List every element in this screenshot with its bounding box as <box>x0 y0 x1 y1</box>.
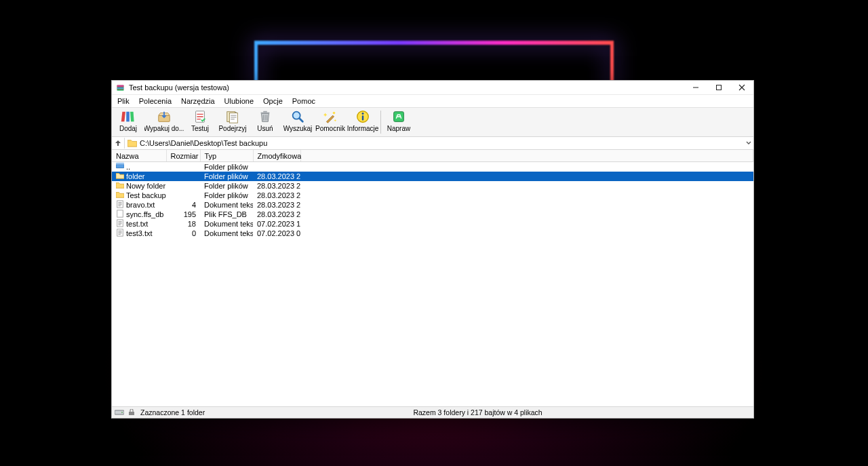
path-dropdown-button[interactable] <box>744 139 753 147</box>
file-modified: 28.03.2023 22:46 <box>253 200 300 210</box>
toolbar: Dodaj Wypakuj do... Testuj <box>112 108 753 137</box>
file-modified: 28.03.2023 22:45 <box>253 181 300 191</box>
col-modified[interactable]: Zmodyfikowany <box>253 150 300 162</box>
tool-repair[interactable]: Napraw <box>382 108 415 138</box>
close-button[interactable] <box>730 81 753 94</box>
tool-repair-label: Napraw <box>387 125 410 132</box>
col-type[interactable]: Typ <box>200 150 253 162</box>
folder-icon <box>116 181 124 191</box>
menu-plik[interactable]: Plik <box>113 96 134 106</box>
svg-rect-20 <box>116 164 124 168</box>
tool-test[interactable]: Testuj <box>184 108 216 138</box>
table-row[interactable]: sync.ffs_db195Plik FFS_DB28.03.2023 22:2… <box>112 210 753 219</box>
file-modified: 07.02.2023 11:27 <box>253 219 300 229</box>
table-row[interactable]: test3.txt0Dokument tekstowy07.02.2023 09… <box>112 229 753 238</box>
file-name: .. <box>126 163 130 171</box>
svg-rect-6 <box>126 112 130 122</box>
tool-wizard-label: Pomocnik <box>315 125 345 132</box>
text-icon <box>116 200 124 210</box>
status-selection: Zaznaczone 1 folder <box>140 408 205 416</box>
status-icons <box>115 409 136 416</box>
file-size <box>166 181 200 191</box>
repair-icon <box>391 109 406 124</box>
svg-rect-25 <box>117 229 123 236</box>
status-summary: Razem 3 foldery i 217 bajtów w 4 plikach <box>205 408 751 416</box>
file-modified: 28.03.2023 22:43 <box>253 172 300 181</box>
tool-test-label: Testuj <box>191 125 209 132</box>
view-icon <box>225 109 240 124</box>
drive-icon <box>115 409 124 416</box>
tool-extract[interactable]: Wypakuj do... <box>144 108 184 138</box>
file-size <box>166 191 200 200</box>
tool-delete-label: Usuń <box>257 125 273 132</box>
tool-delete[interactable]: Usuń <box>249 108 281 138</box>
magnifier-icon <box>290 109 305 124</box>
svg-rect-2 <box>117 87 124 88</box>
table-row[interactable]: folderFolder plików28.03.2023 22:43 <box>112 172 753 181</box>
file-size: 18 <box>166 219 200 229</box>
menu-opcje[interactable]: Opcje <box>259 96 287 106</box>
file-type: Folder plików <box>200 172 253 181</box>
wizard-icon <box>323 109 338 124</box>
tool-wizard[interactable]: Pomocnik <box>314 108 347 138</box>
menubar: Plik Polecenia Narzędzia Ulubione Opcje … <box>112 95 753 108</box>
titlebar[interactable]: Test backupu (wersja testowa) <box>112 81 753 95</box>
chevron-down-icon <box>746 140 751 146</box>
tool-info-label: Informacje <box>347 125 379 132</box>
svg-rect-18 <box>362 115 363 120</box>
svg-rect-11 <box>229 113 237 123</box>
table-row[interactable]: test.txt18Dokument tekstowy07.02.2023 11… <box>112 219 753 229</box>
tool-extract-label: Wypakuj do... <box>144 125 184 132</box>
tool-find[interactable]: Wyszukaj <box>281 108 314 138</box>
col-name[interactable]: Nazwa <box>112 150 166 162</box>
svg-rect-5 <box>121 112 125 122</box>
tool-info[interactable]: Informacje <box>347 108 379 138</box>
file-name: test3.txt <box>126 229 153 237</box>
menu-narzedzia[interactable]: Narzędzia <box>177 96 219 106</box>
file-name: bravo.txt <box>126 201 155 209</box>
file-type: Folder plików <box>200 191 253 200</box>
desktop-background: Test backupu (wersja testowa) Plik Polec… <box>0 0 868 466</box>
file-size: 195 <box>166 210 200 219</box>
maximize-icon <box>715 84 722 91</box>
svg-rect-21 <box>116 163 124 165</box>
maximize-button[interactable] <box>707 81 730 94</box>
folder-icon <box>116 191 124 200</box>
table-row[interactable]: ..Folder plików <box>112 162 753 172</box>
menu-pomoc[interactable]: Pomoc <box>288 96 319 106</box>
file-modified <box>253 162 300 172</box>
file-name: Test backupu <box>126 191 166 199</box>
test-icon <box>193 109 208 124</box>
table-row[interactable]: bravo.txt4Dokument tekstowy28.03.2023 22… <box>112 200 753 210</box>
file-size: 4 <box>166 200 200 210</box>
col-size[interactable]: Rozmiar <box>166 150 200 162</box>
file-size <box>166 172 200 181</box>
table-row[interactable]: Test backupuFolder plików28.03.2023 22:4… <box>112 191 753 200</box>
menu-polecenia[interactable]: Polecenia <box>135 96 176 106</box>
svg-rect-23 <box>117 210 123 217</box>
file-list[interactable]: Nazwa Rozmiar Typ Zmodyfikowany ..Folder… <box>112 150 753 406</box>
file-size <box>166 162 200 172</box>
file-modified: 28.03.2023 22:43 <box>253 191 300 200</box>
path-input[interactable] <box>140 139 744 147</box>
extract-icon <box>157 109 172 124</box>
svg-rect-4 <box>717 85 722 90</box>
svg-rect-22 <box>117 201 123 208</box>
svg-rect-1 <box>117 85 124 86</box>
minimize-icon <box>692 84 699 91</box>
drive-icon <box>116 162 124 172</box>
file-type: Folder plików <box>200 181 253 191</box>
go-up-button[interactable] <box>112 138 125 149</box>
menu-ulubione[interactable]: Ulubione <box>220 96 258 106</box>
arrow-up-icon <box>115 140 121 147</box>
file-size: 0 <box>166 229 200 238</box>
winrar-app-icon <box>116 83 125 92</box>
table-row[interactable]: Nowy folderFolder plików28.03.2023 22:45 <box>112 181 753 191</box>
tool-view[interactable]: Podejrzyj <box>216 108 249 138</box>
file-name: test.txt <box>126 220 148 228</box>
tool-add[interactable]: Dodaj <box>112 108 144 138</box>
file-type: Plik FFS_DB <box>200 210 253 219</box>
minimize-button[interactable] <box>684 81 707 94</box>
file-modified: 07.02.2023 09:28 <box>253 229 300 238</box>
svg-rect-13 <box>263 111 267 113</box>
